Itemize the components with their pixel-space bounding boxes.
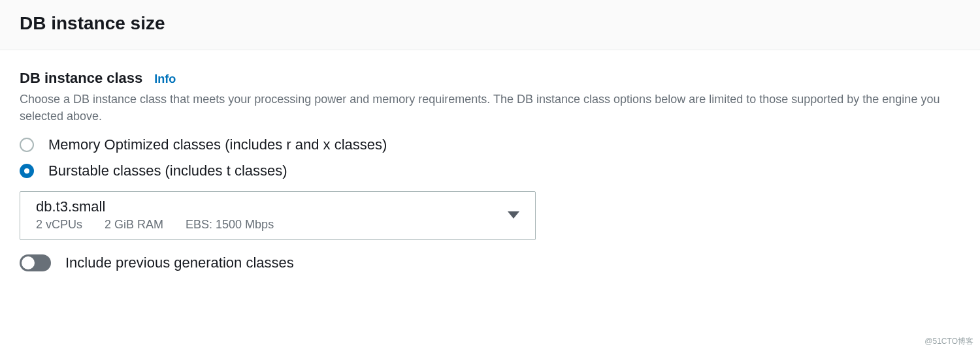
panel-title: DB instance size bbox=[20, 13, 960, 34]
radio-icon-selected bbox=[20, 164, 34, 178]
panel-header: DB instance size bbox=[0, 0, 980, 50]
radio-memory-optimized[interactable]: Memory Optimized classes (includes r and… bbox=[20, 136, 960, 153]
select-ebs: EBS: 1500 Mbps bbox=[186, 218, 274, 232]
radio-burstable[interactable]: Burstable classes (includes t classes) bbox=[20, 162, 960, 179]
radio-icon bbox=[20, 138, 34, 152]
info-link[interactable]: Info bbox=[154, 72, 176, 86]
panel-body: DB instance class Info Choose a DB insta… bbox=[0, 50, 980, 291]
previous-gen-toggle-label: Include previous generation classes bbox=[65, 254, 294, 271]
select-ram: 2 GiB RAM bbox=[105, 218, 163, 232]
radio-label-burstable: Burstable classes (includes t classes) bbox=[48, 162, 287, 179]
radio-label-memory-optimized: Memory Optimized classes (includes r and… bbox=[48, 136, 387, 153]
instance-class-label-row: DB instance class Info bbox=[20, 70, 960, 87]
select-vcpus: 2 vCPUs bbox=[36, 218, 82, 232]
select-content: db.t3.small 2 vCPUs 2 GiB RAM EBS: 1500 … bbox=[36, 198, 274, 232]
instance-class-select[interactable]: db.t3.small 2 vCPUs 2 GiB RAM EBS: 1500 … bbox=[20, 191, 536, 240]
caret-down-icon bbox=[508, 211, 519, 219]
previous-gen-toggle[interactable] bbox=[20, 254, 51, 271]
instance-class-label: DB instance class bbox=[20, 70, 142, 87]
previous-gen-toggle-row: Include previous generation classes bbox=[20, 254, 960, 271]
toggle-knob-icon bbox=[22, 256, 35, 269]
select-value: db.t3.small bbox=[36, 198, 274, 215]
instance-class-description: Choose a DB instance class that meets yo… bbox=[20, 91, 947, 125]
select-details: 2 vCPUs 2 GiB RAM EBS: 1500 Mbps bbox=[36, 218, 274, 232]
